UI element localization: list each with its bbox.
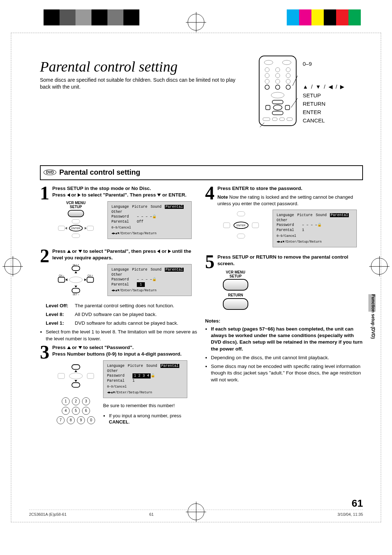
print-footer: 2C53601A (E)p58-61 61 3/10/04, 11:35 — [29, 510, 363, 516]
svg-rect-59 — [237, 234, 245, 239]
level-label: Level 8: — [46, 311, 73, 318]
note-item: If each setup (pages 57~66) has been com… — [211, 326, 363, 352]
level-label: Level Off: — [46, 303, 73, 309]
enter-label: ENTER — [72, 227, 80, 230]
osd-val: – – – – — [302, 223, 317, 228]
step-3: 3 Press or to select "Password". Press N… — [40, 344, 198, 429]
registration-mark-top — [188, 14, 204, 31]
svg-text:CH +: CH + — [87, 274, 93, 277]
osd-step1: Language Picture Sound Parental Other Pa… — [107, 201, 192, 239]
key-9: 9 — [77, 416, 85, 424]
lock-icon: 🔒 — [152, 214, 156, 219]
remote-button-labels: 0–9 ▲ / ▼ / ◀ / ▶ SETUP RETURN ENTER CAN… — [303, 60, 345, 125]
osd-key: Parental — [277, 228, 302, 233]
step-number: 4 — [205, 185, 215, 247]
footer-left: 2C53601A (E)p58-61 — [29, 512, 66, 516]
note-item: Some discs may not be encoded with speci… — [211, 363, 363, 383]
note-item: Depending on the discs, the unit cannot … — [211, 355, 363, 361]
osd-tab: Sound — [151, 268, 162, 272]
osd-val: Off — [137, 219, 143, 224]
section-title: Parental control setting — [59, 168, 140, 177]
svg-rect-58 — [252, 223, 259, 228]
label-cancel: CANCEL — [303, 116, 345, 125]
osd-tab-selected: Parental — [165, 268, 184, 272]
lock-icon: 🔒 — [317, 223, 322, 228]
osd-tab: Language — [277, 213, 294, 217]
osd-key: Password — [111, 214, 137, 219]
key-5: 5 — [72, 407, 80, 415]
level-range-note: Select from the level 1 to level 8. The … — [46, 329, 197, 341]
osd-tab: Picture — [297, 213, 313, 217]
color-registration-blocks — [287, 9, 374, 26]
osd-hint: ◀▶▲▼/Enter/Setup/Return — [111, 289, 188, 293]
svg-rect-28 — [68, 210, 83, 217]
key-0: 0 — [87, 416, 95, 424]
remote-callout: 0–9 ▲ / ▼ / ◀ / ▶ SETUP RETURN ENTER CAN… — [258, 54, 367, 127]
t: or — [72, 345, 78, 350]
right-column: 4 Press ENTER to store the password. Not… — [205, 185, 363, 433]
svg-rect-0 — [259, 56, 296, 126]
osd-key: Parental — [111, 219, 137, 224]
osd-hint: ◀▶▲▼/Enter/Setup/Return — [111, 232, 188, 236]
vcr-menu-setup-label: VCR MENU SETUP — [52, 201, 99, 209]
svg-marker-54 — [74, 370, 77, 372]
step-number: 3 — [40, 344, 49, 429]
svg-rect-29 — [72, 219, 80, 223]
svg-marker-55 — [74, 380, 77, 382]
osd-hint: 0–9/Cancel — [277, 235, 353, 238]
step-number: 2 — [40, 248, 49, 298]
key-4: 4 — [62, 407, 70, 415]
step3-line2: Press Number buttons (0-9) to input a 4-… — [52, 351, 181, 357]
svg-rect-39 — [72, 288, 80, 293]
svg-text:SET –: SET – — [73, 293, 79, 296]
t: Press — [52, 248, 67, 254]
svg-marker-46 — [74, 286, 77, 288]
step5-line1: Press SETUP or RETURN to remove the pare… — [217, 254, 348, 266]
up-arrow-icon — [67, 250, 71, 253]
step-1: 1 Press SETUP in the stop mode or No Dis… — [40, 185, 198, 244]
right-arrow-icon — [78, 193, 81, 197]
t: to select "Parental", then press — [83, 248, 157, 254]
label-setup: SETUP — [303, 91, 345, 100]
nav-widget-step4: ENTER — [217, 210, 265, 244]
svg-marker-47 — [65, 279, 67, 281]
label-enter: ENTER — [303, 108, 345, 116]
svg-rect-56 — [237, 211, 245, 216]
step-5: 5 Press SETUP or RETURN to remove the pa… — [205, 254, 363, 313]
svg-rect-31 — [87, 226, 94, 231]
level-descriptions: Level Off:The parental control setting d… — [40, 303, 198, 342]
nav-widget-step3 — [52, 360, 99, 394]
svg-point-53 — [69, 373, 83, 379]
svg-rect-57 — [223, 223, 230, 228]
thumb-tab-label: Function setup (DVD) — [371, 294, 376, 339]
t: to select "Parental". Then press — [82, 192, 157, 198]
svg-rect-38 — [87, 277, 94, 282]
svg-rect-30 — [58, 226, 65, 231]
svg-text:CH –: CH – — [59, 274, 64, 277]
osd-step4: Language Picture Sound Parental Other Pa… — [273, 210, 357, 247]
osd-step2: Language Picture Sound Parental Other Pa… — [107, 264, 192, 296]
osd-hint: ◀▶▲▼/Enter/Setup/Return — [277, 240, 353, 244]
t: or ENTER. — [162, 192, 187, 198]
step-2: 2 Press or to select "Parental", then pr… — [40, 248, 198, 298]
osd-tab-selected: Parental — [165, 205, 184, 209]
osd-hint: 0–9/Cancel — [111, 226, 188, 230]
svg-rect-37 — [58, 277, 65, 282]
left-arrow-icon — [157, 250, 160, 253]
osd-step3: Language Picture Sound Parental Other Pa… — [103, 360, 187, 398]
t: to select "Password". — [83, 345, 134, 350]
osd-tab: Other — [107, 369, 118, 373]
footer-right: 3/10/04, 11:35 — [338, 512, 363, 516]
down-arrow-icon — [157, 194, 161, 197]
setup-return-buttons: VCR MENU SETUP RETURN — [217, 271, 254, 310]
label-digits: 0–9 — [303, 60, 345, 68]
osd-val-selected: 1 — [137, 282, 145, 287]
osd-val: – – – – — [137, 277, 152, 282]
nav-widget-step1: VCR MENU SETUP — [52, 201, 99, 244]
osd-tab: Sound — [316, 213, 327, 217]
t: Press — [52, 192, 67, 198]
page-content: Parental control setting Some discs are … — [40, 58, 363, 508]
dvd-badge: DVD — [44, 170, 56, 175]
t: or — [71, 192, 77, 198]
page-number: 61 — [352, 498, 363, 509]
